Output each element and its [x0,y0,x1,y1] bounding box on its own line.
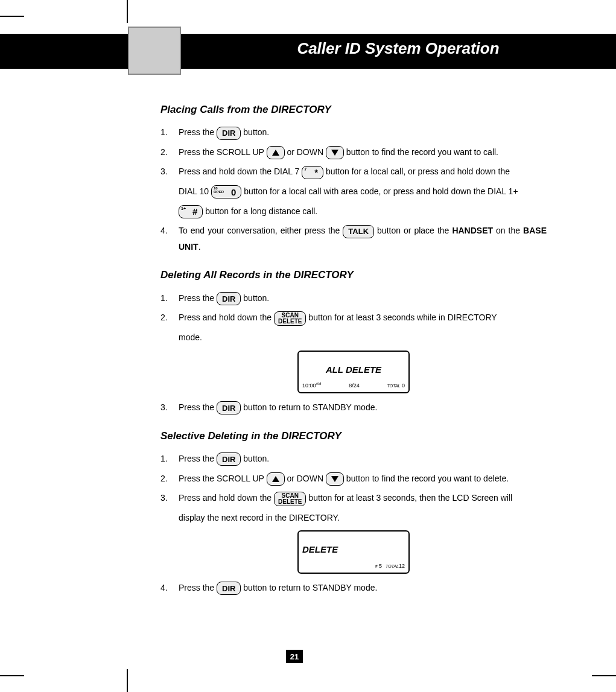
step: 4. Press the DIR button to return to STA… [160,580,547,596]
step: 3. Press and hold down the SCAN DELETE b… [160,490,547,506]
key-main: # [192,207,197,216]
crop-mark [127,669,128,692]
step-number: 4. [160,223,179,255]
scroll-up-button [267,146,285,159]
key-main: * [314,168,318,177]
text: . [198,242,201,252]
text: button to return to STANDBY mode. [243,583,377,592]
scroll-up-button [267,472,285,486]
text: button for at least 3 seconds while in D… [308,313,497,322]
step-body: Press the DIR button to return to STANDB… [179,580,547,596]
key-corner: 10 OPER [214,186,224,194]
step-number: 2. [160,471,179,487]
corner-line2: OPER [214,190,224,194]
step-continued: DIAL 10 10 OPER 0 button for a local cal… [179,183,547,200]
lcd-date: 8/24 [349,381,360,391]
crop-mark [127,0,128,23]
crop-mark [0,675,24,676]
text: DIAL 10 [179,186,211,196]
step-body: Press and hold down the SCAN DELETE butt… [179,490,547,506]
step-number: 4. [160,580,179,596]
section-heading-placing: Placing Calls from the DIRECTORY [160,100,547,119]
dir-button: DIR [217,452,241,466]
lcd-status-row: # 5 TOTAL12 [302,561,405,571]
lcd-row-blank [302,354,405,361]
step-body: Press the SCROLL UP or DOWN button to fi… [179,471,547,487]
text: Press the SCROLL UP [179,474,267,483]
lcd-hash: # 5 [375,561,382,571]
key-line2: DELETE [278,499,302,505]
up-arrow-icon [272,150,279,156]
step-number: 1. [160,451,179,467]
step-number: 2. [160,309,179,326]
text: Press the [179,454,217,463]
dir-button: DIR [217,292,241,305]
text: button for a local call, or press and ho… [326,167,510,176]
step-body: Press and hold down the DIAL 7 7 * butto… [179,163,547,180]
text: To end your conversation, either press t… [179,226,343,235]
text: Press the SCROLL UP [179,147,267,157]
scan-delete-button: SCAN DELETE [274,492,306,506]
step-continued: mode. [179,329,547,346]
text: Press and hold down the [179,313,274,322]
step-continued: 1+ # button for a long distance call. [179,203,547,220]
dial-7-star-button: 7 * [302,166,323,179]
step: 1. Press the DIR button. [160,290,547,306]
step-number: 1. [160,290,179,306]
step-number: 3. [160,399,179,416]
step-number: 3. [160,490,179,506]
lcd-screen-all-delete: ALL DELETE 10:00AM 8/24 TOTAL 0 [297,351,410,394]
text: button to find the record you want to ca… [346,147,498,157]
lcd-time: 10:00AM [302,381,322,391]
key-main: 0 [231,188,236,197]
step-body: Press and hold down the SCAN DELETE butt… [179,309,547,326]
step-body: Press the DIR button. [179,451,547,467]
text: button to return to STANDBY mode. [243,402,377,412]
text: or DOWN [287,147,326,157]
text: Press the [179,583,217,592]
text: Press the [179,402,217,412]
lcd-screen-delete: DELETE # 5 TOTAL12 [297,530,410,574]
section-heading-delete-all: Deleting All Records in the DIRECTORY [160,265,547,285]
step: 3. Press and hold down the DIAL 7 7 * bu… [160,163,547,180]
step-number: 1. [160,124,179,141]
text: Press the [179,127,217,137]
text: Press and hold down the DIAL 7 [179,167,302,176]
key-corner: 1+ [181,206,186,211]
text: button. [243,293,269,303]
step-continued: display the next record in the DIRECTORY… [179,510,547,526]
step: 1. Press the DIR button. [160,451,547,467]
text: button for at least 3 seconds, then the … [308,493,512,503]
scan-delete-button: SCAN DELETE [274,311,306,326]
dial-10-oper-0-button: 10 OPER 0 [211,185,241,198]
key-line2: DELETE [278,319,302,325]
text: or DOWN [287,474,326,483]
lcd-main-text: DELETE [302,541,405,559]
bold-text: HANDSET [452,226,493,235]
step-body: To end your conversation, either press t… [179,223,547,255]
step: 4. To end your conversation, either pres… [160,223,547,255]
manual-page: Caller ID System Operation Placing Calls… [0,0,616,692]
step-body: Press the DIR button. [179,290,547,306]
page-number: 21 [286,650,303,663]
text: Press the [179,293,217,303]
text: button for a local call with area code, … [244,186,518,196]
talk-button: TALK [343,225,374,238]
down-arrow-icon [331,476,338,482]
text: button to find the record you want to de… [346,474,509,483]
lcd-main-text: ALL DELETE [302,361,405,379]
step: 1. Press the DIR button. [160,124,547,141]
text: button for a long distance call. [205,206,317,216]
text: button or place the [377,226,452,235]
step-body: Press the SCROLL UP or DOWN button to fi… [179,144,547,160]
dial-1plus-hash-button: 1+ # [179,205,203,218]
down-arrow-icon [331,150,338,156]
text: button. [243,454,269,463]
step: 3. Press the DIR button to return to STA… [160,399,547,416]
step: 2. Press and hold down the SCAN DELETE b… [160,309,547,326]
lcd-row-blank [302,534,405,541]
section-heading-delete-sel: Selective Deleting in the DIRECTORY [160,427,547,446]
scroll-down-button [326,146,344,159]
step-body: Press the DIR button to return to STANDB… [179,399,547,416]
up-arrow-icon [272,476,279,482]
